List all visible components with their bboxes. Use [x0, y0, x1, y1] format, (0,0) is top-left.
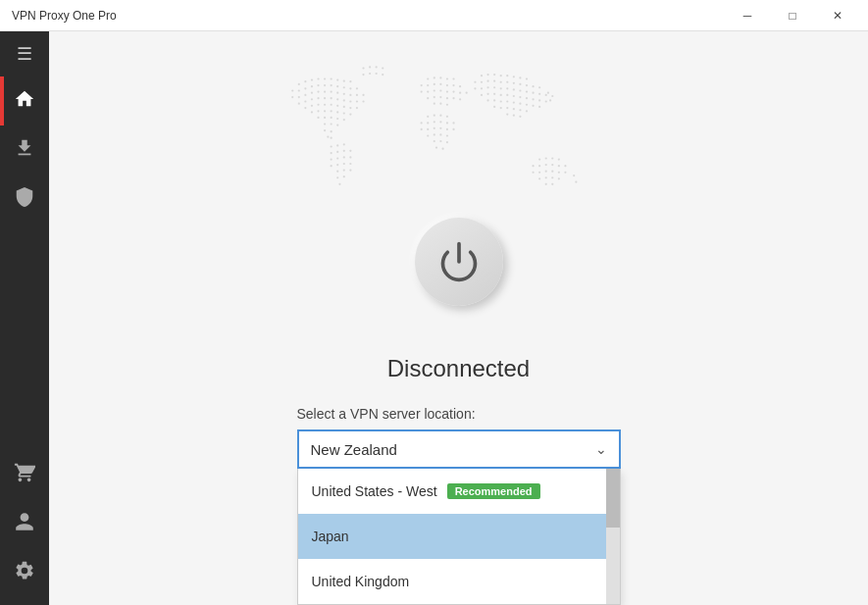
svg-rect-105: [427, 91, 429, 93]
dropdown-scrollbar[interactable]: [606, 469, 620, 604]
svg-rect-54: [324, 110, 326, 112]
svg-rect-128: [439, 121, 441, 123]
svg-rect-112: [427, 97, 429, 99]
svg-rect-238: [369, 73, 371, 75]
sidebar-item-settings[interactable]: [0, 548, 49, 597]
svg-rect-212: [557, 159, 559, 161]
vpn-location-dropdown[interactable]: New Zealand ⌄ United States - West Recom…: [297, 429, 621, 469]
svg-rect-84: [342, 163, 344, 165]
svg-rect-163: [532, 85, 534, 87]
svg-rect-205: [519, 116, 521, 118]
svg-rect-19: [355, 87, 357, 89]
svg-rect-156: [486, 80, 488, 82]
svg-rect-29: [349, 94, 351, 96]
svg-rect-138: [433, 133, 434, 135]
sidebar-item-download[interactable]: [0, 126, 49, 175]
sidebar-item-account[interactable]: [0, 499, 49, 548]
svg-rect-167: [486, 86, 488, 88]
svg-rect-90: [342, 176, 344, 177]
svg-rect-0: [297, 83, 299, 85]
sidebar-item-home[interactable]: [0, 76, 49, 126]
svg-rect-22: [304, 94, 306, 96]
svg-rect-10: [297, 89, 299, 91]
svg-rect-198: [499, 107, 501, 109]
svg-rect-224: [564, 172, 566, 174]
svg-rect-136: [452, 128, 454, 130]
power-button[interactable]: [415, 218, 503, 306]
dropdown-item-label: United Kingdom: [312, 574, 410, 589]
svg-rect-5: [330, 77, 332, 79]
dropdown-item-japan[interactable]: Japan: [298, 514, 620, 559]
svg-rect-221: [544, 171, 546, 173]
minimize-button[interactable]: ─: [725, 0, 770, 31]
svg-rect-63: [342, 119, 344, 121]
svg-rect-9: [291, 89, 293, 91]
svg-rect-184: [525, 97, 527, 99]
svg-rect-231: [573, 175, 575, 176]
svg-rect-114: [439, 96, 441, 98]
svg-rect-215: [544, 164, 546, 166]
sidebar-menu-button[interactable]: ☰: [0, 31, 49, 76]
dropdown-item-uk[interactable]: United Kingdom: [298, 559, 620, 604]
svg-rect-14: [324, 84, 326, 86]
svg-rect-51: [355, 107, 357, 109]
app-title: VPN Proxy One Pro: [12, 9, 725, 23]
svg-rect-15: [330, 84, 332, 86]
svg-rect-131: [420, 128, 422, 130]
svg-rect-56: [336, 111, 338, 113]
svg-rect-187: [544, 100, 546, 102]
svg-rect-176: [544, 94, 546, 96]
svg-rect-143: [445, 141, 447, 143]
svg-rect-209: [538, 159, 540, 161]
svg-rect-101: [445, 84, 447, 86]
power-button-container: [415, 218, 503, 306]
svg-rect-13: [317, 84, 319, 86]
svg-rect-140: [445, 134, 447, 136]
dropdown-scroll-wrapper: United States - West Recommended Japan U…: [298, 469, 620, 604]
svg-rect-142: [439, 140, 441, 142]
svg-rect-149: [499, 75, 501, 76]
svg-rect-34: [310, 98, 312, 100]
svg-rect-107: [439, 89, 441, 91]
svg-rect-160: [512, 82, 514, 84]
svg-rect-25: [324, 91, 326, 93]
svg-rect-11: [304, 87, 306, 89]
svg-rect-24: [317, 91, 319, 93]
sidebar-item-shop[interactable]: [0, 450, 49, 499]
svg-rect-195: [532, 105, 534, 107]
svg-rect-26: [330, 91, 332, 93]
svg-rect-7: [342, 80, 344, 82]
svg-rect-197: [493, 106, 495, 108]
svg-rect-165: [474, 87, 476, 89]
dropdown-item-us-west[interactable]: United States - West Recommended: [298, 469, 620, 514]
maximize-button[interactable]: □: [770, 0, 815, 31]
svg-rect-17: [342, 86, 344, 88]
dropdown-list: United States - West Recommended Japan U…: [297, 469, 621, 605]
svg-rect-1: [304, 80, 306, 82]
svg-rect-147: [486, 74, 488, 76]
hamburger-icon: ☰: [17, 43, 32, 65]
svg-rect-77: [349, 150, 351, 152]
dropdown-selected-value[interactable]: New Zealand ⌄: [297, 429, 621, 469]
svg-rect-44: [310, 105, 312, 107]
svg-rect-82: [330, 165, 332, 167]
dropdown-scrollbar-thumb[interactable]: [606, 469, 620, 528]
svg-rect-46: [324, 104, 326, 106]
svg-rect-220: [538, 172, 540, 174]
svg-rect-47: [330, 104, 332, 106]
svg-rect-116: [452, 97, 454, 99]
svg-rect-119: [439, 103, 441, 105]
close-button[interactable]: ✕: [815, 0, 860, 31]
svg-rect-155: [480, 81, 482, 83]
svg-rect-158: [499, 81, 501, 83]
svg-rect-121: [427, 116, 429, 118]
svg-rect-191: [506, 100, 508, 102]
svg-rect-228: [557, 177, 559, 179]
svg-rect-98: [427, 84, 429, 86]
svg-rect-202: [525, 110, 527, 112]
svg-rect-36: [324, 97, 326, 99]
svg-rect-38: [336, 98, 338, 100]
svg-rect-39: [342, 99, 344, 101]
sidebar-item-shield[interactable]: [0, 175, 49, 224]
svg-rect-23: [310, 92, 312, 94]
